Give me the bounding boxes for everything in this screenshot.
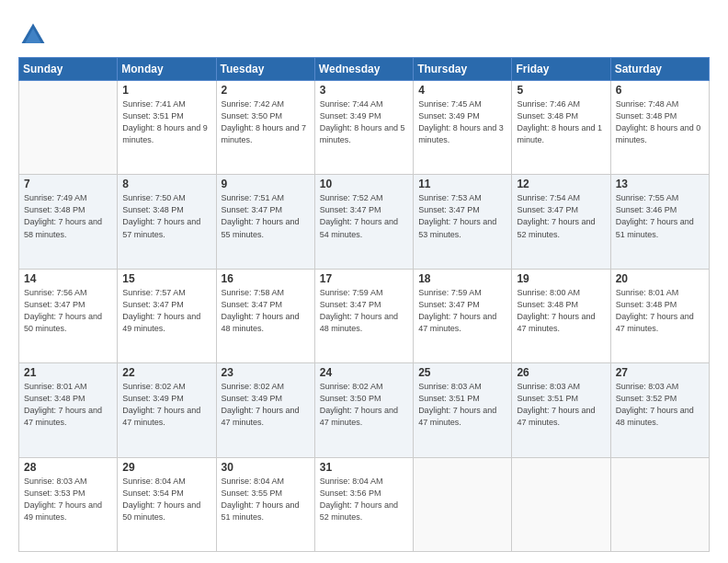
header xyxy=(18,17,710,50)
calendar-cell: 28Sunrise: 8:03 AM Sunset: 3:53 PM Dayli… xyxy=(19,457,118,551)
day-number: 30 xyxy=(222,461,310,474)
day-info: Sunrise: 8:04 AM Sunset: 3:55 PM Dayligh… xyxy=(222,476,310,523)
calendar-week-row: 7Sunrise: 7:49 AM Sunset: 3:48 PM Daylig… xyxy=(19,175,710,269)
calendar-cell: 6Sunrise: 7:48 AM Sunset: 3:48 PM Daylig… xyxy=(610,81,709,175)
calendar-cell: 18Sunrise: 7:59 AM Sunset: 3:47 PM Dayli… xyxy=(414,269,512,362)
day-info: Sunrise: 7:56 AM Sunset: 3:47 PM Dayligh… xyxy=(24,287,112,335)
day-number: 2 xyxy=(222,84,310,97)
day-info: Sunrise: 8:03 AM Sunset: 3:51 PM Dayligh… xyxy=(418,381,506,429)
weekday-header: Monday xyxy=(118,58,216,81)
calendar-cell xyxy=(19,81,118,175)
calendar-cell: 8Sunrise: 7:50 AM Sunset: 3:48 PM Daylig… xyxy=(118,175,216,269)
calendar-cell: 10Sunrise: 7:52 AM Sunset: 3:47 PM Dayli… xyxy=(314,175,413,269)
day-info: Sunrise: 7:42 AM Sunset: 3:50 PM Dayligh… xyxy=(222,98,310,146)
weekday-row: SundayMondayTuesdayWednesdayThursdayFrid… xyxy=(19,58,710,81)
calendar-cell: 29Sunrise: 8:04 AM Sunset: 3:54 PM Dayli… xyxy=(118,457,216,551)
weekday-header: Wednesday xyxy=(314,58,413,81)
day-number: 1 xyxy=(122,84,210,97)
calendar-cell: 9Sunrise: 7:51 AM Sunset: 3:47 PM Daylig… xyxy=(216,175,314,269)
day-number: 5 xyxy=(517,84,605,97)
day-info: Sunrise: 7:59 AM Sunset: 3:47 PM Dayligh… xyxy=(320,287,408,335)
calendar-cell: 1Sunrise: 7:41 AM Sunset: 3:51 PM Daylig… xyxy=(118,81,216,175)
weekday-header: Saturday xyxy=(610,58,709,81)
logo-icon xyxy=(18,20,48,50)
day-info: Sunrise: 7:53 AM Sunset: 3:47 PM Dayligh… xyxy=(418,192,506,240)
day-number: 6 xyxy=(616,84,704,97)
day-info: Sunrise: 8:01 AM Sunset: 3:48 PM Dayligh… xyxy=(616,287,704,335)
weekday-header: Sunday xyxy=(19,58,118,81)
day-info: Sunrise: 8:02 AM Sunset: 3:49 PM Dayligh… xyxy=(122,381,210,429)
calendar-cell: 15Sunrise: 7:57 AM Sunset: 3:47 PM Dayli… xyxy=(118,269,216,362)
calendar-cell: 14Sunrise: 7:56 AM Sunset: 3:47 PM Dayli… xyxy=(19,269,118,362)
calendar-cell: 30Sunrise: 8:04 AM Sunset: 3:55 PM Dayli… xyxy=(216,457,314,551)
calendar-cell: 25Sunrise: 8:03 AM Sunset: 3:51 PM Dayli… xyxy=(414,363,512,457)
calendar-cell: 12Sunrise: 7:54 AM Sunset: 3:47 PM Dayli… xyxy=(512,175,610,269)
day-number: 18 xyxy=(418,272,506,285)
weekday-header: Thursday xyxy=(414,58,512,81)
day-number: 27 xyxy=(616,366,704,379)
day-info: Sunrise: 7:58 AM Sunset: 3:47 PM Dayligh… xyxy=(222,287,310,335)
day-info: Sunrise: 7:49 AM Sunset: 3:48 PM Dayligh… xyxy=(24,192,112,240)
calendar-cell: 26Sunrise: 8:03 AM Sunset: 3:51 PM Dayli… xyxy=(512,363,610,457)
calendar-cell: 4Sunrise: 7:45 AM Sunset: 3:49 PM Daylig… xyxy=(414,81,512,175)
day-info: Sunrise: 7:45 AM Sunset: 3:49 PM Dayligh… xyxy=(418,98,506,146)
calendar-cell: 3Sunrise: 7:44 AM Sunset: 3:49 PM Daylig… xyxy=(314,81,413,175)
day-info: Sunrise: 8:04 AM Sunset: 3:56 PM Dayligh… xyxy=(320,476,408,523)
calendar-cell xyxy=(610,457,709,551)
weekday-header: Tuesday xyxy=(216,58,314,81)
day-number: 10 xyxy=(320,178,408,190)
calendar-cell: 7Sunrise: 7:49 AM Sunset: 3:48 PM Daylig… xyxy=(19,175,118,269)
day-info: Sunrise: 8:03 AM Sunset: 3:52 PM Dayligh… xyxy=(616,381,704,429)
day-number: 4 xyxy=(418,84,506,97)
day-info: Sunrise: 8:00 AM Sunset: 3:48 PM Dayligh… xyxy=(517,287,605,335)
day-info: Sunrise: 7:55 AM Sunset: 3:46 PM Dayligh… xyxy=(616,192,704,240)
calendar-cell: 19Sunrise: 8:00 AM Sunset: 3:48 PM Dayli… xyxy=(512,269,610,362)
day-info: Sunrise: 8:02 AM Sunset: 3:50 PM Dayligh… xyxy=(320,381,408,429)
calendar-cell: 31Sunrise: 8:04 AM Sunset: 3:56 PM Dayli… xyxy=(314,457,413,551)
day-number: 21 xyxy=(24,366,112,379)
calendar-cell xyxy=(414,457,512,551)
day-number: 17 xyxy=(320,272,408,285)
day-info: Sunrise: 7:57 AM Sunset: 3:47 PM Dayligh… xyxy=(122,287,210,335)
calendar-cell: 5Sunrise: 7:46 AM Sunset: 3:48 PM Daylig… xyxy=(512,81,610,175)
day-number: 24 xyxy=(320,366,408,379)
day-info: Sunrise: 7:59 AM Sunset: 3:47 PM Dayligh… xyxy=(418,287,506,335)
calendar-cell: 16Sunrise: 7:58 AM Sunset: 3:47 PM Dayli… xyxy=(216,269,314,362)
day-info: Sunrise: 7:44 AM Sunset: 3:49 PM Dayligh… xyxy=(320,98,408,146)
day-number: 7 xyxy=(24,178,112,190)
day-info: Sunrise: 7:46 AM Sunset: 3:48 PM Dayligh… xyxy=(517,98,605,146)
calendar-cell: 11Sunrise: 7:53 AM Sunset: 3:47 PM Dayli… xyxy=(414,175,512,269)
day-number: 29 xyxy=(122,461,210,474)
calendar-cell xyxy=(512,457,610,551)
day-info: Sunrise: 8:02 AM Sunset: 3:49 PM Dayligh… xyxy=(222,381,310,429)
day-info: Sunrise: 7:48 AM Sunset: 3:48 PM Dayligh… xyxy=(616,98,704,146)
day-number: 3 xyxy=(320,84,408,97)
calendar-body: 1Sunrise: 7:41 AM Sunset: 3:51 PM Daylig… xyxy=(19,81,710,552)
day-info: Sunrise: 7:54 AM Sunset: 3:47 PM Dayligh… xyxy=(517,192,605,240)
day-number: 15 xyxy=(122,272,210,285)
day-info: Sunrise: 8:03 AM Sunset: 3:53 PM Dayligh… xyxy=(24,476,112,523)
day-number: 23 xyxy=(222,366,310,379)
day-info: Sunrise: 7:51 AM Sunset: 3:47 PM Dayligh… xyxy=(222,192,310,240)
day-number: 26 xyxy=(517,366,605,379)
day-number: 19 xyxy=(517,272,605,285)
calendar-table: SundayMondayTuesdayWednesdayThursdayFrid… xyxy=(18,57,710,552)
calendar-week-row: 14Sunrise: 7:56 AM Sunset: 3:47 PM Dayli… xyxy=(19,269,710,362)
day-number: 9 xyxy=(222,178,310,190)
calendar-cell: 13Sunrise: 7:55 AM Sunset: 3:46 PM Dayli… xyxy=(610,175,709,269)
day-number: 8 xyxy=(122,178,210,190)
day-number: 12 xyxy=(517,178,605,190)
calendar-cell: 2Sunrise: 7:42 AM Sunset: 3:50 PM Daylig… xyxy=(216,81,314,175)
day-number: 16 xyxy=(222,272,310,285)
page: SundayMondayTuesdayWednesdayThursdayFrid… xyxy=(0,0,728,563)
calendar-week-row: 1Sunrise: 7:41 AM Sunset: 3:51 PM Daylig… xyxy=(19,81,710,175)
day-info: Sunrise: 7:41 AM Sunset: 3:51 PM Dayligh… xyxy=(122,98,210,146)
day-number: 31 xyxy=(320,461,408,474)
day-info: Sunrise: 8:04 AM Sunset: 3:54 PM Dayligh… xyxy=(122,476,210,523)
day-info: Sunrise: 8:01 AM Sunset: 3:48 PM Dayligh… xyxy=(24,381,112,429)
calendar-cell: 21Sunrise: 8:01 AM Sunset: 3:48 PM Dayli… xyxy=(19,363,118,457)
calendar-cell: 17Sunrise: 7:59 AM Sunset: 3:47 PM Dayli… xyxy=(314,269,413,362)
calendar-header: SundayMondayTuesdayWednesdayThursdayFrid… xyxy=(19,58,710,81)
calendar-cell: 20Sunrise: 8:01 AM Sunset: 3:48 PM Dayli… xyxy=(610,269,709,362)
day-number: 11 xyxy=(418,178,506,190)
